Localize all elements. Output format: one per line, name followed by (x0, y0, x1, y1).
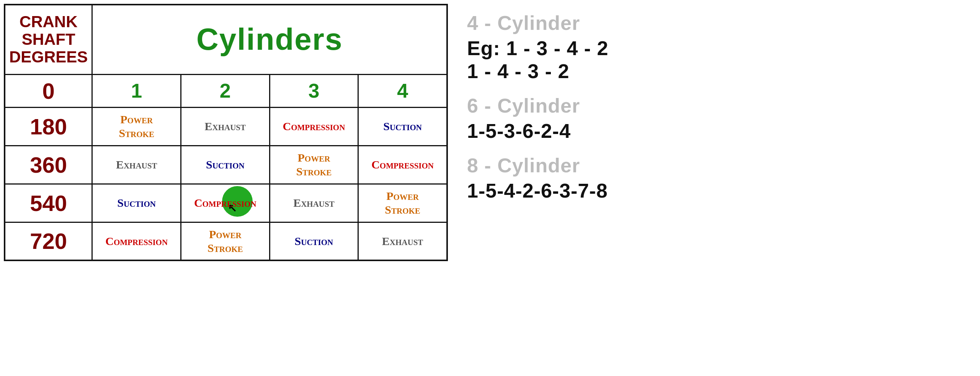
cell-360-2: Suction (181, 145, 270, 184)
cell-540-2: Compression ↖ (181, 184, 270, 222)
cell-180-4: Suction (358, 107, 447, 145)
crank-header: CRANKSHAFTDEGREES (5, 5, 92, 74)
cell-540-4: PowerStroke (358, 184, 447, 222)
cylinders-header: Cylinders (92, 5, 447, 74)
crank-label: CRANKSHAFTDEGREES (9, 13, 88, 66)
six-cylinder-title: 6 - Cylinder (467, 94, 965, 117)
cell-180-3: Compression (270, 107, 358, 145)
eight-cylinder-title: 8 - Cylinder (467, 154, 965, 177)
crank-180: 180 (5, 107, 92, 145)
main-table-area: CRANKSHAFTDEGREES Cylinders 0 1 2 3 4 (0, 0, 452, 265)
engine-table: CRANKSHAFTDEGREES Cylinders 0 1 2 3 4 (4, 4, 448, 261)
cell-360-4: Compression (358, 145, 447, 184)
cell-180-1: PowerStroke (92, 107, 181, 145)
cell-720-2: PowerStroke (181, 222, 270, 260)
four-cylinder-section: 4 - Cylinder Eg: 1 - 3 - 4 - 2 1 - 4 - 3… (467, 11, 965, 83)
four-cylinder-firing2: 1 - 4 - 3 - 2 (467, 60, 965, 83)
cylinder-2: 2 (181, 74, 270, 107)
crank-0: 0 (5, 74, 92, 107)
cylinder-3: 3 (270, 74, 358, 107)
six-cylinder-firing: 1-5-3-6-2-4 (467, 119, 965, 142)
cell-720-3: Suction (270, 222, 358, 260)
six-cylinder-section: 6 - Cylinder 1-5-3-6-2-4 (467, 94, 965, 142)
sidebar: 4 - Cylinder Eg: 1 - 3 - 4 - 2 1 - 4 - 3… (452, 0, 980, 217)
eight-cylinder-section: 8 - Cylinder 1-5-4-2-6-3-7-8 (467, 154, 965, 202)
crank-720: 720 (5, 222, 92, 260)
cylinder-4: 4 (358, 74, 447, 107)
crank-360: 360 (5, 145, 92, 184)
cell-180-2: Exhaust (181, 107, 270, 145)
cell-360-1: Exhaust (92, 145, 181, 184)
cell-360-3: PowerStroke (270, 145, 358, 184)
cell-720-1: Compression (92, 222, 181, 260)
four-cylinder-title: 4 - Cylinder (467, 11, 965, 34)
cell-720-4: Exhaust (358, 222, 447, 260)
cell-540-1: Suction (92, 184, 181, 222)
crank-540: 540 (5, 184, 92, 222)
cylinders-label: Cylinders (196, 22, 343, 56)
four-cylinder-firing1: Eg: 1 - 3 - 4 - 2 (467, 37, 965, 60)
eight-cylinder-firing: 1-5-4-2-6-3-7-8 (467, 179, 965, 202)
cylinder-1: 1 (92, 74, 181, 107)
cell-540-3: Exhaust (270, 184, 358, 222)
